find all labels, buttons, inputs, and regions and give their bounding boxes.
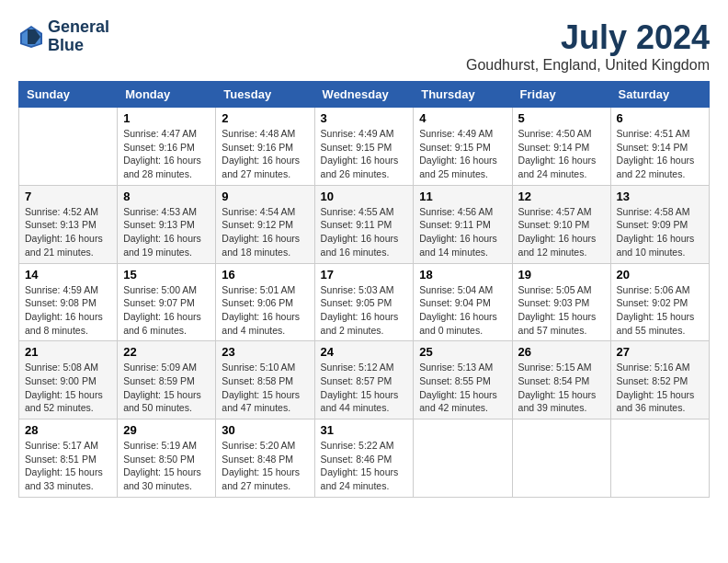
day-number: 3	[321, 111, 408, 125]
calendar-cell: 19Sunrise: 5:05 AM Sunset: 9:03 PM Dayli…	[512, 263, 610, 341]
day-number: 7	[25, 190, 111, 203]
header-monday: Monday	[118, 82, 216, 108]
day-number: 8	[123, 190, 210, 203]
calendar-cell: 9Sunrise: 4:54 AM Sunset: 9:12 PM Daylig…	[216, 185, 314, 263]
day-number: 18	[419, 268, 506, 282]
calendar-cell: 2Sunrise: 4:48 AM Sunset: 9:16 PM Daylig…	[216, 108, 314, 186]
calendar-cell: 30Sunrise: 5:20 AM Sunset: 8:48 PM Dayli…	[216, 419, 314, 498]
calendar-cell: 24Sunrise: 5:12 AM Sunset: 8:57 PM Dayli…	[314, 341, 414, 419]
calendar-cell: 7Sunrise: 4:52 AM Sunset: 9:13 PM Daylig…	[19, 185, 118, 263]
calendar-cell: 1Sunrise: 4:47 AM Sunset: 9:16 PM Daylig…	[118, 108, 216, 186]
cell-content: Sunrise: 4:49 AM Sunset: 9:15 PM Dayligh…	[321, 127, 408, 181]
calendar-cell	[414, 419, 512, 498]
cell-content: Sunrise: 4:50 AM Sunset: 9:14 PM Dayligh…	[518, 127, 605, 181]
cell-content: Sunrise: 5:01 AM Sunset: 9:06 PM Dayligh…	[222, 283, 308, 338]
calendar-cell: 29Sunrise: 5:19 AM Sunset: 8:50 PM Dayli…	[118, 419, 216, 498]
cell-content: Sunrise: 4:57 AM Sunset: 9:10 PM Dayligh…	[518, 205, 605, 259]
header-thursday: Thursday	[414, 82, 512, 108]
calendar-cell: 18Sunrise: 5:04 AM Sunset: 9:04 PM Dayli…	[414, 263, 512, 341]
calendar-cell: 4Sunrise: 4:49 AM Sunset: 9:15 PM Daylig…	[414, 108, 512, 186]
cell-content: Sunrise: 4:49 AM Sunset: 9:15 PM Dayligh…	[419, 127, 506, 181]
day-number: 31	[321, 423, 408, 437]
cell-content: Sunrise: 4:53 AM Sunset: 9:13 PM Dayligh…	[123, 205, 210, 259]
cell-content: Sunrise: 5:05 AM Sunset: 9:03 PM Dayligh…	[518, 283, 605, 338]
header-saturday: Saturday	[610, 82, 709, 108]
cell-content: Sunrise: 4:47 AM Sunset: 9:16 PM Dayligh…	[123, 127, 210, 181]
calendar-cell: 22Sunrise: 5:09 AM Sunset: 8:59 PM Dayli…	[118, 341, 216, 419]
calendar-cell: 11Sunrise: 4:56 AM Sunset: 9:11 PM Dayli…	[414, 185, 512, 263]
calendar-week-row: 14Sunrise: 4:59 AM Sunset: 9:08 PM Dayli…	[19, 263, 710, 341]
calendar-cell: 10Sunrise: 4:55 AM Sunset: 9:11 PM Dayli…	[314, 185, 414, 263]
calendar-cell: 27Sunrise: 5:16 AM Sunset: 8:52 PM Dayli…	[610, 341, 709, 419]
day-number: 28	[25, 423, 111, 437]
cell-content: Sunrise: 5:06 AM Sunset: 9:02 PM Dayligh…	[617, 283, 703, 338]
calendar-cell: 15Sunrise: 5:00 AM Sunset: 9:07 PM Dayli…	[118, 263, 216, 341]
cell-content: Sunrise: 5:00 AM Sunset: 9:07 PM Dayligh…	[123, 283, 210, 338]
cell-content: Sunrise: 4:55 AM Sunset: 9:11 PM Dayligh…	[321, 205, 408, 259]
calendar-cell: 23Sunrise: 5:10 AM Sunset: 8:58 PM Dayli…	[216, 341, 314, 419]
location-subtitle: Goudhurst, England, United Kingdom	[466, 57, 710, 74]
cell-content: Sunrise: 5:09 AM Sunset: 8:59 PM Dayligh…	[123, 361, 210, 415]
logo-icon	[18, 24, 44, 50]
cell-content: Sunrise: 5:08 AM Sunset: 9:00 PM Dayligh…	[25, 361, 111, 415]
calendar-cell: 20Sunrise: 5:06 AM Sunset: 9:02 PM Dayli…	[610, 263, 709, 341]
calendar-cell: 31Sunrise: 5:22 AM Sunset: 8:46 PM Dayli…	[314, 419, 414, 498]
calendar-header-row: SundayMondayTuesdayWednesdayThursdayFrid…	[19, 82, 710, 108]
day-number: 1	[123, 111, 210, 125]
calendar-cell: 17Sunrise: 5:03 AM Sunset: 9:05 PM Dayli…	[314, 263, 414, 341]
day-number: 9	[222, 190, 308, 203]
day-number: 2	[222, 111, 308, 125]
calendar-cell: 21Sunrise: 5:08 AM Sunset: 9:00 PM Dayli…	[19, 341, 118, 419]
logo-text: General Blue	[48, 18, 109, 55]
day-number: 19	[518, 268, 605, 282]
day-number: 14	[25, 268, 111, 282]
calendar-cell: 12Sunrise: 4:57 AM Sunset: 9:10 PM Dayli…	[512, 185, 610, 263]
calendar-cell: 6Sunrise: 4:51 AM Sunset: 9:14 PM Daylig…	[610, 108, 709, 186]
cell-content: Sunrise: 4:58 AM Sunset: 9:09 PM Dayligh…	[617, 205, 703, 259]
day-number: 22	[123, 345, 210, 359]
cell-content: Sunrise: 5:04 AM Sunset: 9:04 PM Dayligh…	[419, 283, 506, 338]
day-number: 11	[419, 190, 506, 203]
day-number: 21	[25, 345, 111, 359]
header-sunday: Sunday	[19, 82, 118, 108]
calendar-cell: 3Sunrise: 4:49 AM Sunset: 9:15 PM Daylig…	[314, 108, 414, 186]
header-wednesday: Wednesday	[314, 82, 414, 108]
calendar-week-row: 28Sunrise: 5:17 AM Sunset: 8:51 PM Dayli…	[19, 419, 710, 498]
day-number: 23	[222, 345, 308, 359]
cell-content: Sunrise: 5:10 AM Sunset: 8:58 PM Dayligh…	[222, 361, 308, 415]
cell-content: Sunrise: 4:56 AM Sunset: 9:11 PM Dayligh…	[419, 205, 506, 259]
day-number: 5	[518, 111, 605, 125]
cell-content: Sunrise: 4:54 AM Sunset: 9:12 PM Dayligh…	[222, 205, 308, 259]
day-number: 27	[617, 345, 703, 359]
cell-content: Sunrise: 5:19 AM Sunset: 8:50 PM Dayligh…	[123, 439, 210, 493]
header: General Blue July 2024 Goudhurst, Englan…	[18, 18, 710, 74]
calendar-week-row: 21Sunrise: 5:08 AM Sunset: 9:00 PM Dayli…	[19, 341, 710, 419]
cell-content: Sunrise: 5:20 AM Sunset: 8:48 PM Dayligh…	[222, 439, 308, 493]
calendar-cell	[610, 419, 709, 498]
cell-content: Sunrise: 5:12 AM Sunset: 8:57 PM Dayligh…	[321, 361, 408, 415]
calendar-cell	[512, 419, 610, 498]
cell-content: Sunrise: 5:13 AM Sunset: 8:55 PM Dayligh…	[419, 361, 506, 415]
day-number: 17	[321, 268, 408, 282]
day-number: 29	[123, 423, 210, 437]
header-friday: Friday	[512, 82, 610, 108]
calendar-cell: 14Sunrise: 4:59 AM Sunset: 9:08 PM Dayli…	[19, 263, 118, 341]
calendar-cell: 25Sunrise: 5:13 AM Sunset: 8:55 PM Dayli…	[414, 341, 512, 419]
calendar-cell	[19, 108, 118, 186]
calendar-cell: 26Sunrise: 5:15 AM Sunset: 8:54 PM Dayli…	[512, 341, 610, 419]
calendar-table: SundayMondayTuesdayWednesdayThursdayFrid…	[18, 81, 710, 498]
cell-content: Sunrise: 4:48 AM Sunset: 9:16 PM Dayligh…	[222, 127, 308, 181]
day-number: 12	[518, 190, 605, 203]
day-number: 25	[419, 345, 506, 359]
month-year-title: July 2024	[466, 18, 710, 57]
day-number: 4	[419, 111, 506, 125]
title-section: July 2024 Goudhurst, England, United Kin…	[466, 18, 710, 74]
header-tuesday: Tuesday	[216, 82, 314, 108]
cell-content: Sunrise: 4:59 AM Sunset: 9:08 PM Dayligh…	[25, 283, 111, 338]
day-number: 6	[617, 111, 703, 125]
day-number: 16	[222, 268, 308, 282]
day-number: 20	[617, 268, 703, 282]
cell-content: Sunrise: 5:03 AM Sunset: 9:05 PM Dayligh…	[321, 283, 408, 338]
logo: General Blue	[18, 18, 109, 55]
calendar-cell: 13Sunrise: 4:58 AM Sunset: 9:09 PM Dayli…	[610, 185, 709, 263]
